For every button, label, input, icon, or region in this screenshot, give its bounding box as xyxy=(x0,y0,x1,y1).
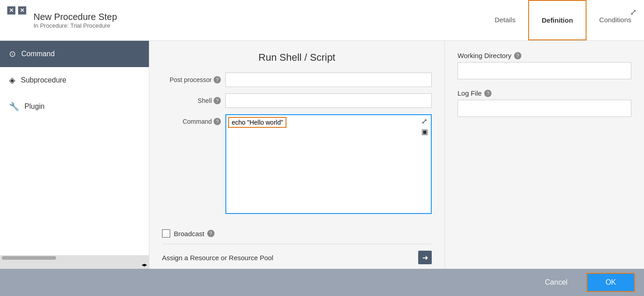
sidebar-scrollbar[interactable] xyxy=(0,255,149,261)
post-processor-input[interactable] xyxy=(225,73,432,87)
bottom-bar: Cancel OK xyxy=(0,269,644,296)
command-label: Command ? xyxy=(162,114,225,125)
shell-row: Shell ? xyxy=(162,93,432,108)
command-row: Command ? echo "Hello world" ⤢ ▣ xyxy=(162,114,432,216)
title-area: New Procedure Step In Procedure: Trial P… xyxy=(33,12,117,29)
close-icons: ✕ ✕ xyxy=(7,0,26,15)
sidebar-item-command-label: Command xyxy=(21,50,55,58)
sidebar-nav-arrows: ◂ ▸ xyxy=(0,261,149,269)
dialog-title: New Procedure Step xyxy=(33,12,117,22)
log-file-input[interactable] xyxy=(458,100,631,117)
sidebar-item-plugin[interactable]: 🔧 Plugin xyxy=(0,93,149,120)
sidebar-item-subprocedure[interactable]: ◈ Subprocedure xyxy=(0,67,149,93)
cancel-button[interactable]: Cancel xyxy=(531,274,581,291)
assign-resource-label: Assign a Resource or Resource Pool xyxy=(162,254,273,262)
center-content: Run Shell / Script Post processor ? Shel… xyxy=(149,41,445,269)
right-panel: Working Directory ? Log File ? xyxy=(445,41,644,269)
sidebar-item-command[interactable]: ⊙ Command xyxy=(0,41,149,67)
sidebar-right-arrow[interactable]: ▸ xyxy=(144,262,147,268)
tab-area: Details Definition Conditions xyxy=(482,0,644,40)
command-textarea-container: echo "Hello world" ⤢ ▣ xyxy=(225,114,432,216)
broadcast-checkbox[interactable] xyxy=(162,229,170,238)
broadcast-label: Broadcast ? xyxy=(174,230,215,238)
dialog-subtitle: In Procedure: Trial Procedure xyxy=(33,22,117,29)
subprocedure-icon: ◈ xyxy=(9,75,15,85)
broadcast-help-icon[interactable]: ? xyxy=(207,230,215,237)
command-icon: ⊙ xyxy=(9,49,16,59)
post-processor-label: Post processor ? xyxy=(162,76,225,83)
working-directory-input[interactable] xyxy=(458,62,631,79)
command-textarea[interactable] xyxy=(225,114,432,214)
sidebar-scroll: ⊙ Command ◈ Subprocedure 🔧 Plugin xyxy=(0,41,149,255)
assign-resource-arrow[interactable]: ➜ xyxy=(418,251,432,264)
expand-icon[interactable]: ⤢ xyxy=(630,7,637,17)
log-file-label: Log File ? xyxy=(458,89,631,97)
shell-help-icon[interactable]: ? xyxy=(214,97,221,104)
textarea-icons: ⤢ ▣ xyxy=(421,117,428,136)
fullscreen-textarea-icon[interactable]: ▣ xyxy=(421,127,428,136)
close-icon-1[interactable]: ✕ xyxy=(7,6,15,15)
sidebar: ⊙ Command ◈ Subprocedure 🔧 Plugin ◂ ▸ xyxy=(0,41,149,269)
working-directory-help-icon[interactable]: ? xyxy=(514,52,521,59)
sidebar-item-plugin-label: Plugin xyxy=(24,102,44,111)
broadcast-row: Broadcast ? xyxy=(162,229,432,238)
plugin-icon: 🔧 xyxy=(9,102,19,112)
tab-definition[interactable]: Definition xyxy=(528,0,587,40)
ok-button[interactable]: OK xyxy=(587,273,635,292)
post-processor-help-icon[interactable]: ? xyxy=(214,76,221,83)
sidebar-scrollbar-thumb xyxy=(2,256,56,260)
expand-textarea-icon[interactable]: ⤢ xyxy=(421,117,428,126)
assign-resource-row[interactable]: Assign a Resource or Resource Pool ➜ xyxy=(162,244,432,269)
close-icon-2[interactable]: ✕ xyxy=(18,6,26,15)
shell-input[interactable] xyxy=(225,93,432,108)
sidebar-item-subprocedure-label: Subprocedure xyxy=(21,76,67,84)
command-help-icon[interactable]: ? xyxy=(214,118,221,125)
main-area: ⊙ Command ◈ Subprocedure 🔧 Plugin ◂ ▸ Ru… xyxy=(0,41,644,269)
working-directory-label: Working Directory ? xyxy=(458,52,631,59)
tab-conditions[interactable]: Conditions xyxy=(587,0,644,40)
tab-details[interactable]: Details xyxy=(482,0,528,40)
command-value: echo "Hello world" xyxy=(228,117,286,128)
shell-label: Shell ? xyxy=(162,97,225,104)
post-processor-row: Post processor ? xyxy=(162,73,432,87)
section-title: Run Shell / Script xyxy=(162,52,432,63)
top-bar: ✕ ✕ New Procedure Step In Procedure: Tri… xyxy=(0,0,644,41)
log-file-help-icon[interactable]: ? xyxy=(484,90,491,97)
